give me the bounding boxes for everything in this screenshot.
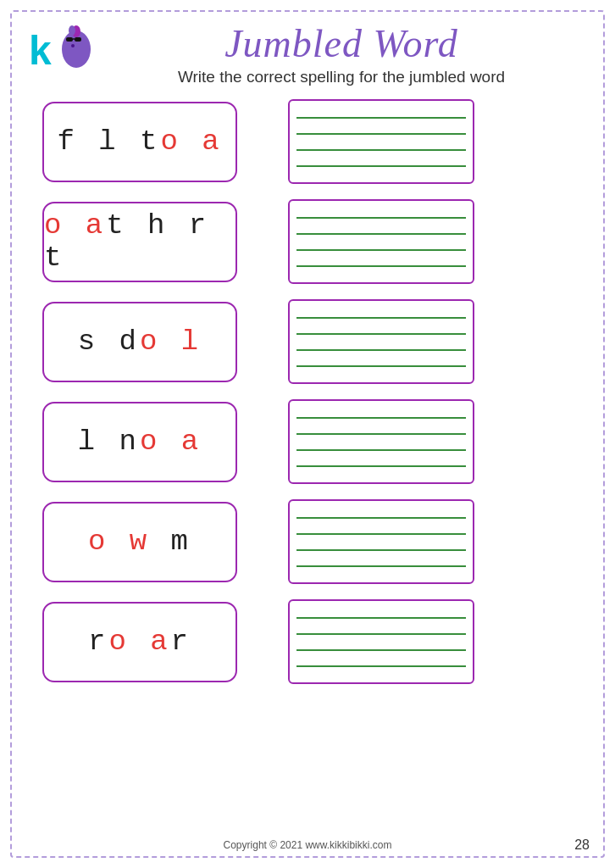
word-row: l no a bbox=[42, 399, 573, 484]
word-box: l no a bbox=[42, 402, 237, 482]
letter-segment: r bbox=[171, 626, 191, 658]
answer-line bbox=[296, 249, 466, 251]
letter-segment: m bbox=[150, 526, 191, 558]
answer-line bbox=[296, 517, 466, 519]
answer-box[interactable] bbox=[288, 599, 474, 684]
word-box: f l to a bbox=[42, 102, 237, 182]
logo-area: k bbox=[25, 22, 93, 73]
word-box: o at h r t bbox=[42, 202, 237, 282]
answer-line bbox=[296, 649, 466, 651]
word-box: o w m bbox=[42, 502, 237, 582]
title-area: Jumbled Word Write the correct spelling … bbox=[93, 17, 590, 86]
footer: Copyright © 2021 www.kikkibikki.com bbox=[0, 839, 615, 851]
word-box: s do l bbox=[42, 302, 237, 382]
svg-point-7 bbox=[69, 25, 75, 36]
content-area: f l to ao at h r ts do ll no ao w mro ar bbox=[0, 86, 615, 684]
answer-box[interactable] bbox=[288, 399, 474, 484]
answer-line bbox=[296, 133, 466, 135]
word-row: ro ar bbox=[42, 599, 573, 684]
word-text: l no a bbox=[78, 426, 202, 458]
answer-box[interactable] bbox=[288, 499, 474, 584]
page-title: Jumbled Word bbox=[93, 21, 590, 66]
letter-segment: o a bbox=[160, 125, 222, 158]
answer-line bbox=[296, 265, 466, 267]
answer-line bbox=[296, 465, 466, 467]
logo-icon: k bbox=[25, 22, 93, 73]
answer-line bbox=[296, 533, 466, 535]
copyright-text: Copyright © 2021 www.kikkibikki.com bbox=[224, 839, 392, 851]
word-text: o at h r t bbox=[44, 209, 235, 274]
letter-segment: o a bbox=[108, 626, 170, 658]
letter-segment: o a bbox=[140, 426, 202, 458]
word-text: o w m bbox=[88, 526, 191, 558]
answer-line bbox=[296, 165, 466, 167]
answer-line bbox=[296, 117, 466, 119]
svg-rect-2 bbox=[66, 37, 73, 42]
letter-segment: o a bbox=[44, 209, 106, 242]
answer-line bbox=[296, 149, 466, 151]
answer-line bbox=[296, 217, 466, 219]
letter-segment: r bbox=[88, 626, 108, 658]
letter-segment: s d bbox=[78, 326, 140, 358]
svg-text:k: k bbox=[29, 28, 52, 73]
answer-line bbox=[296, 417, 466, 419]
letter-segment: o l bbox=[140, 326, 202, 358]
answer-line bbox=[296, 349, 466, 351]
answer-line bbox=[296, 233, 466, 235]
svg-rect-3 bbox=[75, 37, 81, 42]
answer-box[interactable] bbox=[288, 299, 474, 384]
header: k Jumbled Word Write the correct spellin… bbox=[0, 0, 615, 86]
answer-line bbox=[296, 549, 466, 551]
answer-box[interactable] bbox=[288, 99, 474, 184]
answer-line bbox=[296, 633, 466, 635]
word-text: f l to a bbox=[57, 125, 222, 158]
answer-line bbox=[296, 565, 466, 567]
answer-line bbox=[296, 317, 466, 319]
answer-line bbox=[296, 333, 466, 335]
svg-point-5 bbox=[71, 44, 75, 47]
letter-segment: l n bbox=[78, 426, 140, 458]
word-row: f l to a bbox=[42, 99, 573, 184]
page: k Jumbled Word Write the correct spellin… bbox=[0, 0, 615, 868]
answer-box[interactable] bbox=[288, 199, 474, 284]
word-row: o at h r t bbox=[42, 199, 573, 284]
word-box: ro ar bbox=[42, 602, 237, 682]
answer-line bbox=[296, 449, 466, 451]
word-row: o w m bbox=[42, 499, 573, 584]
answer-line bbox=[296, 433, 466, 435]
page-subtitle: Write the correct spelling for the jumbl… bbox=[93, 68, 590, 86]
answer-line bbox=[296, 665, 466, 667]
letter-segment: o w bbox=[88, 526, 150, 558]
letter-segment: f l t bbox=[57, 125, 160, 158]
word-text: ro ar bbox=[88, 626, 191, 658]
word-text: s do l bbox=[78, 326, 202, 358]
answer-line bbox=[296, 617, 466, 619]
word-row: s do l bbox=[42, 299, 573, 384]
page-number: 28 bbox=[574, 837, 590, 853]
answer-line bbox=[296, 365, 466, 367]
